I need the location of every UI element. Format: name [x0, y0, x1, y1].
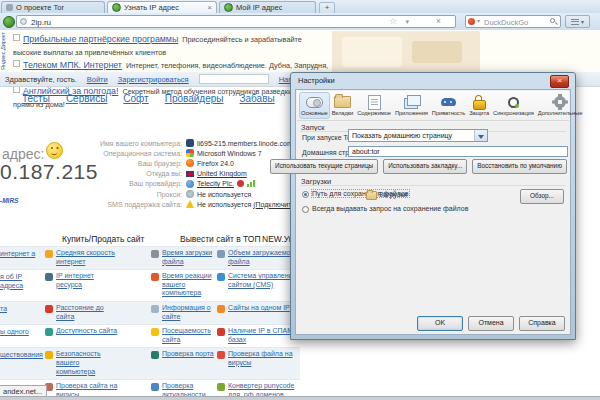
info-row: Имя вашего компьютера: li695-215.members… [84, 138, 299, 148]
login-link[interactable]: Войти [87, 75, 108, 84]
tab-general[interactable]: Основные [299, 92, 330, 119]
tab-check-ip[interactable]: Узнать IP адрес × [107, 1, 217, 13]
url-bar[interactable]: 2ip.ru ☆ ▾ × [16, 15, 456, 28]
service-link[interactable]: Посещаемость сайта [162, 327, 217, 344]
url-dropdown-icon[interactable]: ▾ [405, 16, 409, 27]
nav-services[interactable]: Сервисы [66, 93, 107, 104]
search-bar[interactable]: ▾ DuckDuckGo [465, 15, 561, 28]
applications-icon [404, 98, 418, 109]
tab-about-tor[interactable]: О проекте Tor [1, 1, 105, 13]
nav-tests[interactable]: Тесты [22, 93, 50, 104]
help-button[interactable]: Справка [519, 316, 565, 331]
tab-tabs[interactable]: Вкладки [330, 92, 356, 119]
windows-icon [186, 149, 194, 157]
sync-icon [508, 97, 519, 108]
save-path-radio[interactable] [302, 191, 309, 198]
promo-buy-sell-link[interactable]: Купить/Продать сайт [62, 234, 144, 244]
service-link[interactable]: IP интернет ресурса [56, 272, 118, 298]
promo-top-link[interactable]: Вывести сайт в ТОП [180, 234, 261, 244]
reaction-icon [151, 273, 159, 281]
duckduckgo-icon[interactable] [468, 18, 475, 25]
site-globe-icon [20, 18, 27, 25]
panel-menu-button[interactable]: ▾ [565, 15, 590, 28]
always-ask-radio-label[interactable]: Всегда выдавать запрос на сохранение фай… [312, 205, 468, 212]
service-link[interactable]: Расстояние до сайта [56, 304, 118, 321]
port-icon [151, 351, 159, 359]
page-favicon [6, 4, 13, 11]
ad-title-link[interactable]: Прибыльные партнёрские программы [23, 34, 178, 44]
service-link[interactable]: я об IP адреса [0, 273, 44, 298]
service-link[interactable]: ществования [0, 351, 43, 376]
startup-action-select[interactable]: Показать домашнюю страницу [348, 129, 488, 142]
browse-button[interactable]: Обзор... [520, 189, 564, 204]
search-engine-dropdown-icon[interactable]: ▾ [477, 16, 480, 27]
ad-hide-icon[interactable] [13, 60, 20, 67]
nav-fun[interactable]: Забавы [240, 93, 275, 104]
tab-applications[interactable]: Приложения [393, 92, 430, 119]
service-link[interactable]: та [0, 305, 7, 321]
linode-icon [186, 139, 194, 147]
service-link[interactable]: Система управления сайтом (CMS) [228, 272, 298, 298]
homepage-input[interactable] [348, 146, 568, 157]
tab-bar: О проекте Tor Узнать IP адрес × Мой IP а… [0, 0, 600, 14]
service-link[interactable]: Время реакции вашего компьютера [162, 272, 217, 298]
greeting-text: Здравствуйте, гость. [5, 75, 77, 84]
tab-label: Мой IP адрес [236, 3, 282, 12]
restore-default-button[interactable]: Восстановить по умолчанию [472, 159, 567, 174]
torbutton-icon[interactable] [3, 16, 15, 28]
url-text[interactable]: 2ip.ru [31, 18, 51, 27]
nav-soft[interactable]: Софт [123, 93, 148, 104]
banner-ad-image[interactable] [332, 31, 480, 72]
service-link[interactable]: Безопасность вашего компьютера [56, 350, 118, 376]
tab-privacy[interactable]: Приватность [430, 92, 467, 119]
tor-favicon [224, 3, 233, 12]
info-row: Откуда вы: United Kingdom [84, 169, 299, 179]
service-link[interactable]: Проверка порта [162, 350, 214, 376]
nav-providers[interactable]: Провайдеры [165, 93, 224, 104]
info-row: Ваш провайдер: Telecity Plc. [84, 179, 299, 189]
cms-icon [217, 273, 225, 281]
services-table: интернет а Средняя скорость интернет Вре… [0, 246, 300, 400]
punycode-icon [217, 383, 225, 391]
cancel-button[interactable]: Отмена [468, 316, 514, 331]
tab-security[interactable]: Защита [467, 92, 491, 119]
tab-advanced[interactable]: Дополнительные [536, 92, 585, 119]
provider-status-icon [237, 180, 244, 187]
service-link[interactable]: Время загрузки файла [162, 249, 217, 266]
ad-title-link[interactable]: Телеком МПК. Интернет [23, 60, 122, 70]
table-row: та Расстояние до сайта Информация о сайт… [0, 301, 300, 324]
login-name-input[interactable] [199, 74, 269, 84]
search-placeholder[interactable]: DuckDuckGo [484, 18, 528, 27]
search-icon[interactable] [550, 18, 555, 23]
homepage-buttons: Использовать текущие страницы Использова… [326, 159, 567, 174]
use-bookmark-button[interactable]: Использовать закладку... [383, 159, 467, 174]
tab-content[interactable]: Содержимое [355, 92, 393, 119]
service-link[interactable]: Объем загружаемого файла [228, 249, 298, 266]
register-link[interactable]: Зарегистрироваться [118, 75, 189, 84]
service-link[interactable]: Информация о сайте [162, 304, 217, 321]
service-link[interactable]: Доступность сайта [56, 327, 117, 344]
service-link[interactable]: интернет а [0, 250, 35, 266]
content-icon [368, 95, 381, 110]
service-link[interactable]: Сайты на одном IP [228, 304, 290, 321]
tab-sync[interactable]: Синхронизация [491, 92, 536, 119]
table-row: ы одного Доступность сайта Посещаемость … [0, 324, 300, 347]
close-icon[interactable]: × [550, 75, 569, 88]
ok-button[interactable]: OK [417, 316, 463, 331]
close-tab-icon[interactable]: × [207, 4, 212, 12]
service-link[interactable]: Наличие IP в СПАМ базах [228, 327, 298, 344]
bookmark-star-icon[interactable]: ☆ [389, 16, 397, 27]
provider-globe-icon [186, 180, 194, 188]
yandex-direct-ads: Яндекс.Директ Прибыльные партнёрские про… [0, 31, 600, 72]
service-link[interactable]: ы одного [0, 328, 29, 344]
yandex-direct-brand[interactable]: Яндекс.Директ [0, 31, 9, 72]
use-current-pages-button[interactable]: Использовать текущие страницы [270, 159, 378, 174]
stop-icon[interactable]: × [436, 16, 441, 26]
service-link[interactable]: Проверка файла на вирусы [228, 350, 298, 376]
always-ask-radio[interactable] [302, 206, 309, 213]
tab-my-ip[interactable]: Мой IP адрес [219, 1, 316, 13]
partner-badge[interactable]: -MIRS [0, 197, 18, 204]
lock-icon [473, 100, 486, 110]
service-link[interactable]: Средняя скорость интернет [56, 249, 118, 266]
ad-hide-icon[interactable] [13, 34, 20, 41]
